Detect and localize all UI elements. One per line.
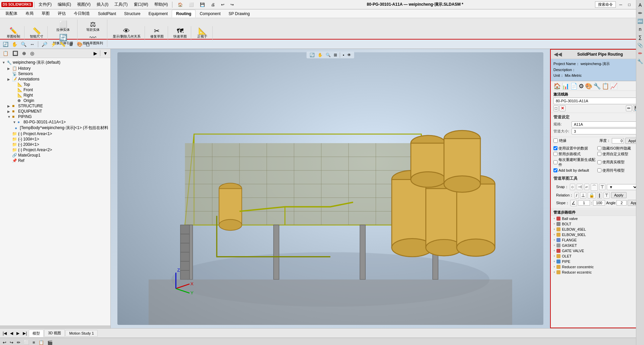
tree-item-right[interactable]: 📐 Right xyxy=(1,93,109,98)
tree-item-projarea2[interactable]: 📁 (-) Project Area<2> xyxy=(1,147,109,153)
tree-item-200[interactable]: 📁 (-) 200#<1> xyxy=(1,142,109,147)
tab-layout[interactable]: 布局 xyxy=(21,9,38,18)
tab-component[interactable]: Component xyxy=(196,10,224,17)
tab-equipment[interactable]: Equipment xyxy=(145,10,172,17)
quick-icon-6[interactable]: ↪ xyxy=(228,2,236,8)
tree-item-origin[interactable]: ⊕ Origin xyxy=(1,98,109,103)
menu-file[interactable]: 文件(F) xyxy=(36,1,54,8)
color-panel-icon[interactable]: 🎨 xyxy=(585,82,592,90)
hide-icon[interactable]: ◻ xyxy=(85,41,91,48)
tab-sketch[interactable]: 草图 xyxy=(38,9,54,18)
cb-add-bolt[interactable] xyxy=(553,168,557,172)
cb-rebuild-fittings[interactable] xyxy=(553,160,557,164)
size-select[interactable]: 3 xyxy=(572,128,641,134)
slope-ratio-2-input[interactable] xyxy=(593,200,605,206)
comp-pipe[interactable]: + PIPE xyxy=(551,259,643,264)
cb-real-model[interactable] xyxy=(597,160,601,164)
tab-spdrawing[interactable]: SP Drawing xyxy=(224,10,254,17)
snap-tangent-icon[interactable]: ⌒ xyxy=(591,183,598,191)
menu-help[interactable]: 帮助(H) xyxy=(152,1,171,8)
menu-view[interactable]: 视图(V) xyxy=(74,1,93,8)
arrow-structure[interactable]: ▶ xyxy=(7,104,12,108)
pan-icon[interactable]: ↔ xyxy=(29,41,36,48)
thickness-input[interactable] xyxy=(612,138,624,143)
comp-flange[interactable]: + FLANGE xyxy=(551,237,643,243)
tree-item-piping1[interactable]: ▼ ● 80-PG-30101-A11A<1> xyxy=(1,119,109,125)
relation-lock-icon[interactable]: 🔒 xyxy=(588,192,596,198)
home-panel-icon[interactable]: 🏠 xyxy=(553,82,561,90)
ribbon-btn-normal[interactable]: 📐 正视于 xyxy=(196,27,209,40)
property-icon[interactable]: 🔲 xyxy=(11,50,19,57)
strip-icon-edit[interactable]: ✏ xyxy=(636,50,644,57)
snap-select[interactable]: ▼ xyxy=(607,184,638,190)
prev-icon[interactable]: ◀ xyxy=(9,330,14,336)
vp-zoom-icon[interactable]: 🔍 xyxy=(325,52,332,58)
active-line-select[interactable]: 80-PG-30101-A11A xyxy=(553,98,641,104)
vp-hide-icon[interactable]: 👁 xyxy=(346,52,352,58)
filter-icon[interactable]: ⚡ xyxy=(49,41,58,48)
apply-btn-2[interactable]: Apply xyxy=(611,192,627,198)
tab-model[interactable]: 模型 xyxy=(29,330,44,337)
snap-circle-icon[interactable]: ○ xyxy=(570,184,575,190)
tab-structure[interactable]: Structure xyxy=(120,10,145,17)
cb-symbol-model[interactable] xyxy=(597,168,601,172)
menu-edit[interactable]: 编辑(E) xyxy=(55,1,74,8)
comp-elbow-90[interactable]: + ELBOW_90EL xyxy=(551,232,643,237)
cb-disable-routing[interactable] xyxy=(553,152,557,156)
tree-item-equipment[interactable]: ▶ ■ EQUIPMENT xyxy=(1,109,109,114)
tab-routing[interactable]: Routing xyxy=(172,10,196,17)
snap-perpendicular-icon[interactable]: ⊤ xyxy=(599,184,605,190)
btm-icon-5[interactable]: ≡ xyxy=(31,339,37,345)
comp-gasket[interactable]: + GASKET xyxy=(551,243,643,248)
cb-use-settings[interactable] xyxy=(553,146,557,150)
quick-icon-4[interactable]: 🖨 xyxy=(208,2,218,8)
quick-icon-3[interactable]: 💾 xyxy=(197,2,208,8)
strip-icon-7[interactable]: 🔧 xyxy=(636,58,644,65)
zoom-icon[interactable]: 🔍 xyxy=(19,41,28,48)
new-line-icon[interactable]: □ xyxy=(553,105,558,111)
relation-perp-icon[interactable]: ⊥ xyxy=(580,192,586,198)
menu-tools[interactable]: 工具(T) xyxy=(112,1,130,8)
filter-tree-icon[interactable]: ▼ xyxy=(102,50,109,57)
maximize-btn[interactable]: □ xyxy=(626,2,633,8)
tab-today[interactable]: 今日制造 xyxy=(70,9,94,18)
wrench-panel-icon[interactable]: 🔧 xyxy=(593,82,601,90)
minimize-btn[interactable]: ─ xyxy=(616,2,625,8)
comp-ball-valve[interactable]: + Ball valve xyxy=(551,216,643,221)
display-state-icon[interactable]: ◎ xyxy=(29,50,36,57)
snap-midpoint-icon[interactable]: ⊣ xyxy=(577,184,583,190)
rotate-icon[interactable]: 🔄 xyxy=(1,41,10,48)
tree-item-annotations[interactable]: ▶ 📝 Annotations xyxy=(1,76,109,82)
slope-angle-icon[interactable]: ∠ xyxy=(570,200,577,206)
list-panel-icon[interactable]: 📋 xyxy=(602,82,609,90)
play-icon[interactable]: |◀ xyxy=(1,330,8,336)
delete-line-icon[interactable]: ✕ xyxy=(559,105,566,111)
vp-move-icon[interactable]: ✋ xyxy=(317,52,324,58)
display-icon2[interactable]: 🖥 xyxy=(67,41,75,48)
btm-icon-2[interactable]: ↪ xyxy=(8,339,15,345)
slope-ratio-1-input[interactable] xyxy=(578,200,590,206)
relation-ortho-icon[interactable]: ⊤ xyxy=(603,192,610,198)
tree-item-projarea1[interactable]: 📁 (-) Project Area<1> xyxy=(1,131,109,136)
search-scene-icon[interactable]: 🔎 xyxy=(40,41,49,48)
btm-icon-1[interactable]: ↩ xyxy=(1,339,8,345)
cb-hide-iso[interactable] xyxy=(597,146,601,150)
viewport[interactable]: X Y Z 🔄 ✋ 🔍 ⊞ ▪ 👁 xyxy=(111,49,550,328)
arrow-piping[interactable]: ▼ xyxy=(7,115,12,119)
arrow-equipment[interactable]: ▶ xyxy=(7,110,12,113)
graph-panel-icon[interactable]: 📈 xyxy=(610,82,618,90)
ribbon-btn-quick[interactable]: 🗺 快速草图 xyxy=(172,27,188,40)
tree-item-mategroup[interactable]: 🔗 MateGroup1 xyxy=(1,153,109,158)
btm-icon-6[interactable]: 📋 xyxy=(37,339,45,345)
table-panel-icon[interactable]: 📊 xyxy=(562,82,569,90)
tab-assemble[interactable]: 装配体 xyxy=(1,9,21,18)
relation-slash-icon[interactable]: / xyxy=(575,192,579,198)
tree-item-root[interactable]: ▼ 🔧 weipincheng-演示 (default) xyxy=(1,59,109,66)
tab-evaluate[interactable]: 评估 xyxy=(54,9,70,18)
panel-back-icon[interactable]: ◀◀ xyxy=(553,51,563,57)
cb-custom-model[interactable] xyxy=(597,152,601,156)
relation-parallel-icon[interactable]: ∥ xyxy=(597,192,602,198)
arrow-annotations[interactable]: ▶ xyxy=(7,77,12,81)
tree-item-top[interactable]: 📐 Top xyxy=(1,82,109,87)
tree-item-sensors[interactable]: 📡 Sensors xyxy=(1,71,109,76)
